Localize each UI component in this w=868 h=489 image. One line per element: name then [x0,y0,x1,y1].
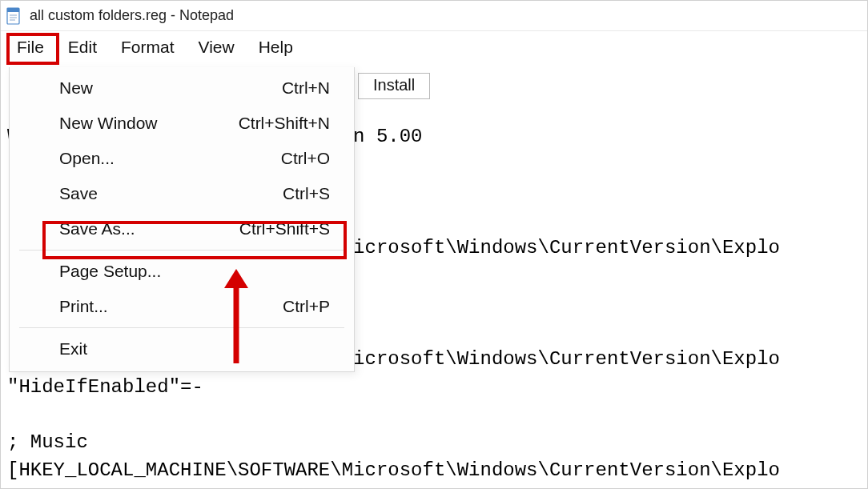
file-menu-print-label: Print... [59,297,108,316]
menu-view[interactable]: View [187,34,246,60]
file-menu-save[interactable]: Save Ctrl+S [10,176,354,211]
menu-file[interactable]: File [6,34,55,60]
file-menu-print[interactable]: Print... Ctrl+P [10,289,354,324]
file-menu-print-shortcut: Ctrl+P [283,297,330,316]
menu-help[interactable]: Help [247,34,304,60]
svg-rect-1 [7,8,19,12]
menu-separator [19,327,344,328]
file-menu-save-label: Save [59,184,98,203]
file-menu-open-shortcut: Ctrl+O [281,149,330,168]
file-menu-open-label: Open... [59,149,115,168]
file-menu-exit[interactable]: Exit [10,331,354,367]
file-menu-new-window-label: New Window [59,114,158,133]
file-menu-new-window[interactable]: New Window Ctrl+Shift+N [10,106,354,141]
file-menu-dropdown: New Ctrl+N New Window Ctrl+Shift+N Open.… [9,67,355,372]
titlebar: all custom folders.reg - Notepad [1,1,867,31]
file-menu-new-window-shortcut: Ctrl+Shift+N [239,114,330,133]
file-menu-new-label: New [59,78,93,98]
notepad-icon [6,7,23,25]
menu-format[interactable]: Format [110,34,186,60]
install-button[interactable]: Install [358,73,430,99]
file-menu-save-as-label: Save As... [59,219,135,238]
menu-edit[interactable]: Edit [57,34,108,60]
file-menu-save-as[interactable]: Save As... Ctrl+Shift+S [10,211,354,247]
file-menu-new-shortcut: Ctrl+N [282,78,330,98]
file-menu-open[interactable]: Open... Ctrl+O [10,141,354,176]
file-menu-exit-label: Exit [59,339,87,359]
file-menu-save-as-shortcut: Ctrl+Shift+S [239,219,330,238]
file-menu-page-setup[interactable]: Page Setup... [10,254,354,289]
menu-separator [19,250,344,251]
file-menu-new[interactable]: New Ctrl+N [10,70,354,106]
menubar: File Edit Format View Help [1,31,867,63]
window-title: all custom folders.reg - Notepad [30,7,234,24]
file-menu-save-shortcut: Ctrl+S [283,184,330,203]
file-menu-page-setup-label: Page Setup... [59,262,161,281]
